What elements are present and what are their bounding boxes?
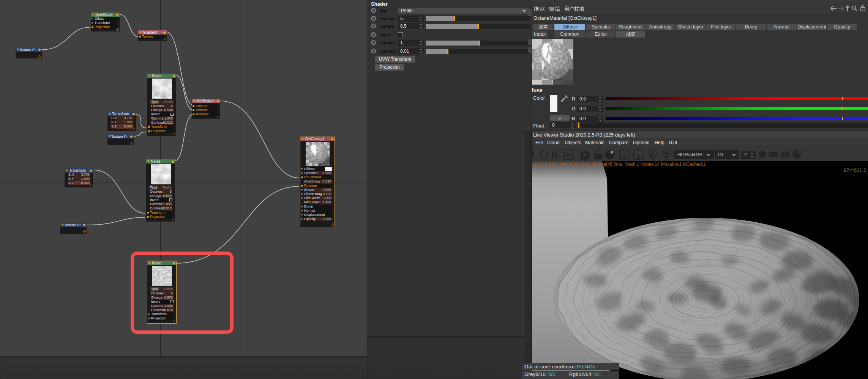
svg-text:M: M xyxy=(664,151,668,156)
svg-text:R: R xyxy=(567,152,571,158)
svg-text:F: F xyxy=(651,151,654,156)
